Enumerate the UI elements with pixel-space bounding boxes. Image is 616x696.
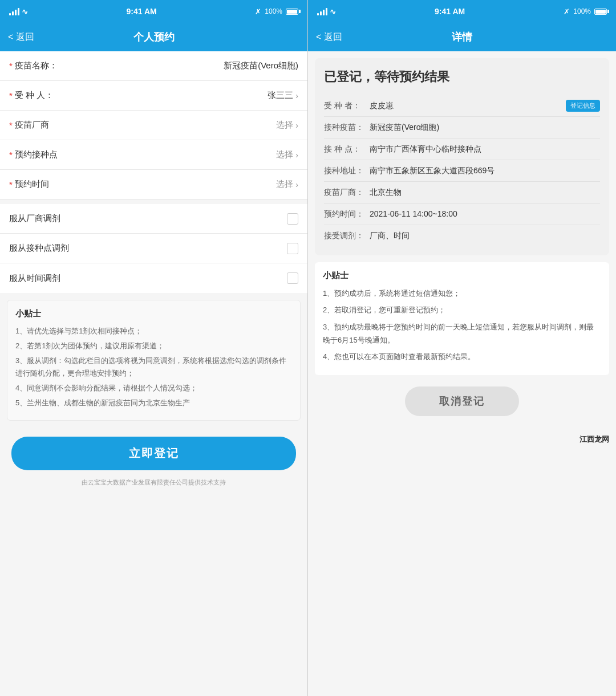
cancel-area: 取消登记 [308,382,616,432]
form-section: * 疫苗名称： 新冠疫苗(Vero细胞) * 受 种 人： 张三三 › [0,51,307,200]
left-tips-item-3: 3、服从调剂：勾选此栏目的选项将视为同意调剂，系统将根据选您勾选的调剂条件进行随… [15,355,292,380]
left-tips-item-2: 2、若第1剂次为团体预约，建议用原有渠道； [15,340,292,352]
left-tips-box: 小贴士 1、请优先选择与第1剂次相同接种点； 2、若第1剂次为团体预约，建议用原… [7,300,301,421]
detail-key-mfr: 疫苗厂商： [324,186,370,198]
right-battery-icon [594,9,607,15]
recipient-chevron: › [295,91,298,100]
recipient-name: 张三三 [268,90,293,101]
right-nav-title: 详情 [452,30,472,44]
right-bluetooth-icon: ✗ [564,7,570,16]
tag-dengji: 登记信息 [566,100,600,112]
required-star-3: * [9,120,13,130]
detail-value-adjust: 厂商、时间 [370,230,600,242]
battery-icon [286,9,298,15]
checkbox-manufacturer-label: 服从厂商调剂 [9,213,60,224]
vaccine-name-text: 新冠疫苗(Vero细胞) [224,60,298,71]
detail-status-title: 已登记，等待预约结果 [324,68,600,86]
detail-row-recipient: 受 种 者： 皮皮崽 登记信息 [324,95,600,117]
right-wifi-icon: ∿ [330,7,336,16]
detail-row-vaccine: 接种疫苗： 新冠疫苗(Vero细胞) [324,117,600,139]
checkbox-time-label: 服从时间调剂 [9,273,60,284]
vaccine-name-value: 新冠疫苗(Vero细胞) [224,60,298,71]
left-battery-pct: 100% [265,7,282,15]
detail-value-address: 南宁市五象新区五象大道西段669号 [370,165,600,177]
appt-time-label: * 预约时间 [9,179,49,190]
left-status-bar: ∿ 9:41 AM ✗ 100% [0,0,307,23]
manufacturer-value: 选择 › [276,120,298,131]
signal-bar-2 [12,11,14,15]
manufacturer-label: * 疫苗厂商 [9,120,49,131]
bluetooth-icon: ✗ [255,7,261,16]
watermark: 江西龙网 [308,432,616,450]
right-signal-bar-1 [317,13,319,15]
right-content: 已登记，等待预约结果 受 种 者： 皮皮崽 登记信息 接种疫苗： 新冠疫苗(Ve… [308,51,616,696]
required-star-5: * [9,180,13,189]
detail-key-recipient: 受 种 者： [324,100,370,112]
checkbox-vac-point-label: 服从接种点调剂 [9,243,69,254]
detail-value-mfr: 北京生物 [370,186,600,198]
left-status-time: 9:41 AM [127,7,157,16]
detail-row-address: 接种地址： 南宁市五象新区五象大道西段669号 [324,160,600,182]
cancel-button[interactable]: 取消登记 [405,386,519,416]
form-row-recipient[interactable]: * 受 种 人： 张三三 › [0,81,307,111]
right-nav-bar: < 返回 详情 [308,23,616,51]
checkbox-time-box[interactable] [287,272,298,284]
manufacturer-label-text: 疫苗厂商 [15,120,49,131]
footer-text: 由云宝宝大数据产业发展有限责任公司提供技术支持 [0,475,307,494]
vaccine-name-label: * 疫苗名称： [9,60,58,71]
vac-point-label: * 预约接种点 [9,149,58,160]
signal-bar-1 [9,13,11,15]
manufacturer-select: 选择 [276,120,293,131]
form-row-appt-time[interactable]: * 预约时间 选择 › [0,170,307,200]
detail-row-appt: 预约时间： 2021-06-11 14:00~18:00 [324,203,600,225]
right-tips-box: 小贴士 1、预约成功后，系统将通过短信通知您； 2、若取消登记，您可重新登记预约… [315,262,609,375]
detail-key-location: 接 种 点： [324,143,370,155]
required-star-2: * [9,91,13,100]
right-status-bar: ∿ 9:41 AM ✗ 100% [308,0,616,23]
submit-button[interactable]: 立即登记 [11,437,296,470]
right-battery-pct: 100% [573,7,591,15]
left-nav-bar: < 返回 个人预约 [0,23,307,51]
right-tips-item-1: 1、预约成功后，系统将通过短信通知您； [323,287,601,300]
detail-key-adjust: 接受调剂： [324,230,370,242]
right-signal-bar-4 [326,8,327,15]
checkbox-vac-point[interactable]: 服从接种点调剂 [0,234,307,263]
left-phone: ∿ 9:41 AM ✗ 100% < 返回 个人预约 [0,0,308,696]
right-status-time: 9:41 AM [435,7,465,16]
checkbox-time[interactable]: 服从时间调剂 [0,263,307,293]
detail-row-adjust: 接受调剂： 厂商、时间 [324,225,600,246]
vac-point-chevron: › [295,150,298,160]
wifi-icon: ∿ [22,7,28,16]
appt-time-label-text: 预约时间 [15,179,49,190]
left-tips-item-5: 5、兰州生物、成都生物的新冠疫苗同为北京生物生产 [15,397,292,409]
checkbox-manufacturer-box[interactable] [287,213,298,225]
right-battery-body [594,9,607,15]
form-row-vaccine-name: * 疫苗名称： 新冠疫苗(Vero细胞) [0,51,307,81]
right-signal-icon [317,7,327,15]
left-content: * 疫苗名称： 新冠疫苗(Vero细胞) * 受 种 人： 张三三 › [0,51,307,696]
detail-status-card: 已登记，等待预约结果 受 种 者： 皮皮崽 登记信息 接种疫苗： 新冠疫苗(Ve… [315,58,609,255]
right-back-button[interactable]: < 返回 [316,31,342,43]
signal-icon [9,7,19,15]
detail-value-appt: 2021-06-11 14:00~18:00 [370,208,600,220]
checkbox-vac-point-box[interactable] [287,243,298,254]
signal-bar-3 [15,10,17,15]
recipient-value: 张三三 › [268,90,298,101]
right-status-right: ✗ 100% [564,7,607,16]
right-tips-title: 小贴士 [323,270,601,281]
right-signal-bar-3 [323,10,325,15]
battery-body [286,9,298,15]
detail-value-recipient: 皮皮崽 [370,100,561,112]
left-back-button[interactable]: < 返回 [8,31,34,43]
form-row-manufacturer[interactable]: * 疫苗厂商 选择 › [0,111,307,140]
left-tips-title: 小贴士 [15,308,292,319]
form-row-vac-point[interactable]: * 预约接种点 选择 › [0,140,307,170]
signal-bar-4 [18,8,19,15]
required-star-1: * [9,61,13,71]
checkbox-manufacturer[interactable]: 服从厂商调剂 [0,204,307,234]
left-status-right: ✗ 100% [255,7,298,16]
left-tips-item-1: 1、请优先选择与第1剂次相同接种点； [15,325,292,337]
left-tips-item-4: 4、同意调剂不会影响分配结果，请根据个人情况勾选； [15,382,292,394]
left-nav-title: 个人预约 [133,30,175,44]
detail-value-location: 南宁市广西体育中心临时接种点 [370,143,600,155]
